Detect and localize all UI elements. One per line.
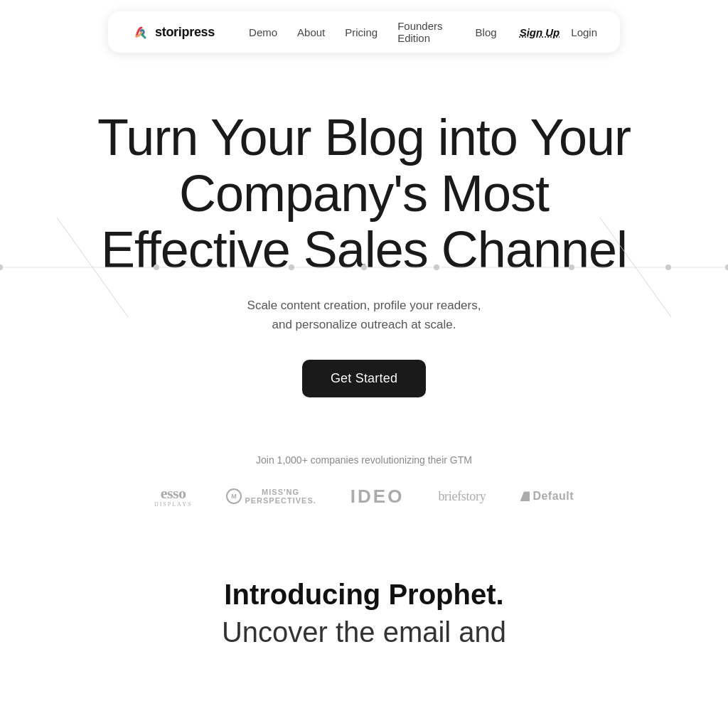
logo[interactable]: storipress — [131, 22, 215, 42]
hero-subtitle-line2: and personalize outreach at scale. — [272, 318, 456, 331]
logo-esso: esso DISPLAYS — [154, 486, 193, 508]
logo-ideo: IDEO — [350, 486, 405, 508]
missing-circle-icon: M — [226, 488, 242, 504]
prophet-heading: Introducing Prophet. — [14, 579, 714, 611]
svg-point-10 — [725, 264, 728, 270]
hero-subtitle: Scale content creation, profile your rea… — [14, 296, 714, 334]
hero-subtitle-line1: Scale content creation, profile your rea… — [247, 299, 481, 312]
social-proof-text: Join 1,000+ companies revolutionizing th… — [14, 454, 714, 466]
prophet-subheading: Uncover the email and — [14, 616, 714, 648]
nav-link-founders[interactable]: Founders Edition — [397, 20, 455, 44]
login-button[interactable]: Login — [571, 26, 597, 38]
nav-actions: Sign Up Login — [520, 26, 597, 38]
prophet-section: Introducing Prophet. Uncover the email a… — [0, 522, 728, 677]
signup-button[interactable]: Sign Up — [520, 26, 560, 38]
company-logos-row: esso DISPLAYS M MISS'NGPERSPECTIVES. IDE… — [14, 486, 714, 508]
nav-link-blog[interactable]: Blog — [476, 26, 497, 38]
default-icon — [520, 491, 530, 501]
hero-title: Turn Your Blog into Your Company's Most … — [80, 109, 648, 279]
logo-briefstory: briefstory — [438, 489, 486, 504]
nav-links: Demo About Pricing Founders Edition Blog — [249, 20, 497, 44]
svg-point-3 — [0, 264, 3, 270]
navbar: storipress Demo About Pricing Founders E… — [108, 11, 620, 53]
svg-point-9 — [665, 264, 671, 270]
nav-link-about[interactable]: About — [297, 26, 325, 38]
social-proof-section: Join 1,000+ companies revolutionizing th… — [0, 426, 728, 522]
hero-section: Turn Your Blog into Your Company's Most … — [0, 53, 728, 426]
logo-icon — [131, 22, 151, 42]
logo-default: Default — [520, 490, 574, 503]
get-started-button[interactable]: Get Started — [302, 360, 426, 397]
logo-missing-perspectives: M MISS'NGPERSPECTIVES. — [226, 488, 316, 505]
nav-wrapper: storipress Demo About Pricing Founders E… — [0, 0, 728, 53]
nav-link-demo[interactable]: Demo — [249, 26, 277, 38]
logo-text: storipress — [155, 25, 215, 40]
nav-link-pricing[interactable]: Pricing — [345, 26, 378, 38]
